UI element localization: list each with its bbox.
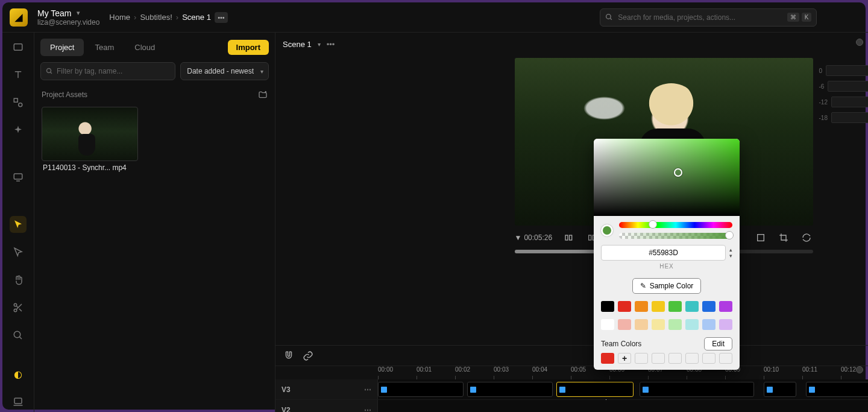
subtitle-clip[interactable]	[378, 382, 464, 397]
app-logo[interactable]: ◢	[10, 8, 28, 27]
palette-swatch[interactable]	[702, 301, 715, 312]
hue-knob[interactable]	[649, 220, 657, 229]
empty-swatch	[685, 353, 699, 364]
palette-swatch[interactable]	[635, 319, 648, 330]
alpha-slider[interactable]	[619, 233, 732, 239]
asset-item[interactable]: P1140013 - Synchr... mp4	[42, 107, 138, 174]
ruler-tick[interactable]: 00:01	[417, 366, 455, 379]
frame-icon[interactable]	[755, 232, 767, 244]
scissors-icon[interactable]	[10, 299, 27, 316]
edit-team-colors-button[interactable]: Edit	[704, 337, 732, 350]
tab-cloud[interactable]: Cloud	[125, 39, 165, 56]
crop-icon[interactable]	[778, 232, 790, 244]
folder-plus-icon[interactable]	[258, 90, 268, 100]
team-swatch[interactable]	[601, 353, 614, 364]
motion-icon[interactable]: ◐	[10, 366, 27, 382]
palette-swatch[interactable]	[652, 301, 665, 312]
ruler-tick[interactable]: 00:10	[764, 366, 802, 379]
subtitle-clip[interactable]	[640, 382, 754, 397]
tab-project[interactable]: Project	[40, 39, 84, 56]
device-icon[interactable]	[10, 393, 27, 410]
hand-icon[interactable]	[10, 271, 27, 288]
ruler-tick[interactable]: 00:04	[532, 366, 571, 379]
sample-color-button[interactable]: ✎ Sample Color	[632, 278, 702, 294]
color-picker: ▴▾ HEX ✎ Sample Color Team Colors Edit +	[594, 139, 740, 370]
chevron-down-icon[interactable]: ▾	[318, 41, 321, 48]
add-team-color-button[interactable]: +	[618, 353, 631, 364]
svg-rect-4	[14, 174, 22, 179]
track-menu-icon[interactable]: ⋯	[364, 385, 371, 394]
subtitle-clip[interactable]	[467, 382, 553, 397]
screen-icon[interactable]	[10, 169, 27, 186]
sparkle-icon[interactable]	[10, 122, 27, 139]
alpha-knob[interactable]	[725, 231, 734, 239]
saturation-value-field[interactable]	[594, 139, 740, 216]
breadcrumb-more-icon[interactable]: •••	[215, 12, 228, 23]
hex-field[interactable]	[601, 245, 726, 261]
import-button[interactable]: Import	[228, 40, 269, 55]
in-point-icon: ▼	[515, 233, 522, 242]
palette-swatch[interactable]	[635, 301, 648, 312]
media-icon[interactable]	[10, 39, 27, 55]
subtitle-clip[interactable]	[764, 382, 796, 397]
track-v3: V3	[281, 385, 291, 394]
ruler-tick[interactable]: 00:11	[802, 366, 841, 379]
color-palette-2	[594, 315, 740, 334]
link-icon[interactable]	[302, 350, 314, 362]
palette-swatch[interactable]	[601, 301, 614, 312]
scroll-handle[interactable]	[856, 39, 863, 46]
ruler-tick[interactable]: 00:02	[455, 366, 494, 379]
palette-swatch[interactable]	[719, 301, 732, 312]
sort-select[interactable]: Date added - newest	[180, 62, 269, 80]
global-search[interactable]: Search for media, projects, actions... ⌘…	[600, 8, 817, 27]
loop-icon[interactable]	[800, 232, 813, 244]
palette-swatch[interactable]	[719, 319, 732, 330]
palette-swatch[interactable]	[685, 301, 699, 312]
subtitle-clip[interactable]	[806, 382, 868, 397]
direct-select-icon[interactable]	[10, 244, 27, 261]
search-placeholder: Search for media, projects, actions...	[618, 13, 735, 22]
ruler-tick[interactable]: 00:00	[378, 366, 417, 379]
palette-swatch[interactable]	[652, 319, 665, 330]
empty-swatch	[668, 353, 682, 364]
bc-home[interactable]: Home	[109, 13, 130, 22]
more-icon[interactable]: •••	[327, 40, 335, 49]
prev-clip-icon[interactable]	[563, 232, 575, 244]
chevron-down-icon[interactable]: ▾	[77, 9, 80, 17]
team-name[interactable]: My Team	[37, 8, 72, 18]
track-menu-icon[interactable]: ⋯	[364, 406, 371, 413]
asset-filter-input[interactable]: Filter by tag, name...	[40, 62, 175, 80]
tab-team[interactable]: Team	[85, 39, 124, 56]
palette-swatch[interactable]	[685, 319, 699, 330]
svg-rect-15	[758, 235, 764, 241]
subtitle-clip-selected[interactable]	[556, 382, 634, 397]
empty-swatch	[635, 353, 648, 364]
svg-point-0	[606, 14, 611, 19]
pointer-icon[interactable]	[10, 216, 27, 233]
svg-rect-12	[570, 235, 572, 240]
palette-swatch[interactable]	[601, 319, 614, 330]
palette-swatch[interactable]	[668, 319, 682, 330]
scene-label[interactable]: Scene 1	[283, 40, 312, 49]
svg-rect-1	[14, 44, 22, 51]
palette-swatch[interactable]	[618, 301, 631, 312]
zoom-icon[interactable]	[10, 327, 27, 344]
scroll-handle[interactable]	[856, 366, 863, 373]
magnet-icon[interactable]	[283, 350, 295, 362]
ruler-tick[interactable]: 00:03	[494, 366, 532, 379]
hue-slider[interactable]	[619, 222, 732, 228]
bc-scene[interactable]: Scene 1	[182, 13, 211, 22]
cc-icon	[559, 387, 565, 393]
palette-swatch[interactable]	[702, 319, 715, 330]
kbd-k: K	[802, 13, 812, 22]
bc-project[interactable]: Subtitles!	[140, 13, 172, 22]
palette-swatch[interactable]	[668, 301, 682, 312]
shapes-icon[interactable]	[10, 94, 27, 111]
text-icon[interactable]	[10, 66, 27, 83]
team-email: liza@scenery.video	[37, 18, 99, 27]
sv-cursor[interactable]	[674, 168, 682, 177]
cc-icon	[381, 387, 387, 393]
palette-swatch[interactable]	[618, 319, 631, 330]
format-stepper[interactable]: ▴▾	[729, 247, 732, 259]
svg-point-3	[19, 103, 22, 107]
